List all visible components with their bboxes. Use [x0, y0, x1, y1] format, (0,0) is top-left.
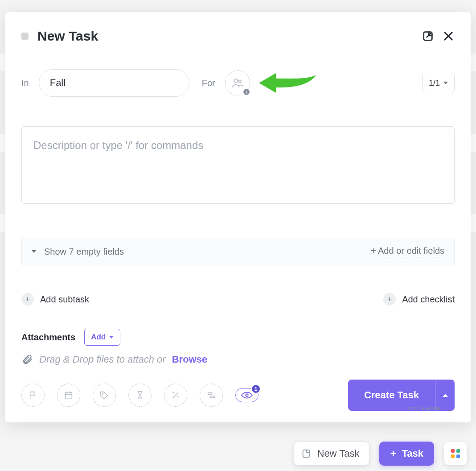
attachments-header: Attachments Add — [21, 329, 455, 346]
footer-create-task-button[interactable]: + Task — [379, 442, 434, 466]
for-label: For — [202, 78, 215, 88]
subtask-row: + Add subtask + Add checklist — [21, 293, 455, 306]
in-label: In — [21, 78, 29, 88]
time-estimate-button[interactable] — [128, 384, 152, 407]
assignee-add-button[interactable]: + — [225, 70, 250, 95]
dependencies-button[interactable] — [200, 384, 223, 407]
add-checklist-label: Add checklist — [402, 294, 455, 305]
svg-rect-5 — [208, 393, 212, 395]
task-title-input[interactable] — [37, 28, 422, 44]
title-row — [21, 28, 455, 44]
footer-widgets: New Task + Task — [294, 442, 468, 466]
dependency-icon — [206, 390, 216, 400]
plus-icon: + — [21, 293, 34, 306]
tag-icon — [99, 390, 109, 400]
chevron-down-icon[interactable] — [32, 250, 36, 253]
add-attachment-label: Add — [91, 333, 106, 342]
hourglass-icon — [135, 390, 145, 400]
description-input[interactable]: Description or type '/' for commands — [21, 126, 455, 204]
green-arrow-hint — [259, 70, 317, 95]
close-icon[interactable] — [442, 30, 455, 42]
flag-icon — [28, 390, 38, 400]
plus-badge-icon: + — [242, 88, 250, 96]
svg-rect-3 — [66, 392, 72, 399]
task-count-dropdown[interactable]: 1/1 — [422, 73, 455, 93]
add-checklist-button[interactable]: + Add checklist — [383, 293, 455, 306]
ai-sparkle-button[interactable] — [164, 384, 187, 407]
add-edit-fields-button[interactable]: + Add or edit fields — [371, 246, 444, 257]
chevron-down-icon — [443, 82, 448, 84]
plus-icon: + — [383, 293, 396, 306]
calendar-icon — [64, 390, 74, 400]
people-icon — [231, 76, 244, 90]
add-attachment-button[interactable]: Add — [84, 329, 120, 346]
chevron-up-icon — [443, 394, 448, 397]
list-selector[interactable]: Fall — [39, 69, 189, 97]
due-date-button[interactable] — [57, 384, 80, 407]
tags-button[interactable] — [93, 384, 116, 407]
watchers-button[interactable]: 1 — [235, 388, 259, 402]
footer-new-task-minimized[interactable]: New Task — [294, 442, 370, 466]
meta-row: In Fall For + 1/1 — [21, 69, 455, 97]
svg-point-1 — [234, 79, 238, 83]
svg-point-4 — [102, 393, 103, 394]
shortcut-hint: cmd + enter — [408, 405, 441, 412]
empty-fields-bar: Show 7 empty fields + Add or edit fields — [21, 238, 455, 265]
footer-apps-button[interactable] — [444, 442, 467, 465]
eye-icon — [241, 391, 253, 399]
plus-icon: + — [390, 447, 396, 460]
add-subtask-button[interactable]: + Add subtask — [21, 293, 89, 306]
create-task-label: Create Task — [364, 389, 419, 401]
attachments-dropzone[interactable]: Drag & Drop files to attach or Browse — [21, 354, 455, 365]
watchers-count-badge: 1 — [251, 384, 261, 394]
dropzone-text: Drag & Drop files to attach or — [39, 354, 166, 365]
apps-grid-icon — [451, 449, 460, 458]
attachments-label: Attachments — [21, 332, 75, 343]
footer-task-label: Task — [402, 448, 423, 459]
svg-rect-6 — [210, 396, 214, 398]
sparkle-wand-icon — [171, 390, 181, 400]
show-empty-fields-button[interactable]: Show 7 empty fields — [44, 247, 124, 257]
task-count-value: 1/1 — [429, 78, 440, 88]
list-selector-value: Fall — [50, 77, 66, 89]
chevron-down-icon — [109, 336, 114, 339]
svg-point-7 — [246, 394, 248, 396]
new-task-modal: In Fall For + 1/1 Description or type '/… — [5, 12, 471, 422]
browse-button[interactable]: Browse — [172, 354, 207, 365]
svg-point-2 — [238, 80, 241, 83]
note-icon — [301, 449, 311, 459]
expand-icon[interactable] — [422, 30, 434, 42]
bottom-toolbar: 1 Create Task — [21, 380, 455, 411]
add-subtask-label: Add subtask — [40, 294, 89, 305]
task-status-checkbox[interactable] — [21, 33, 29, 40]
footer-new-task-label: New Task — [317, 448, 360, 459]
paperclip-icon — [21, 354, 33, 365]
priority-flag-button[interactable] — [21, 384, 45, 407]
description-placeholder: Description or type '/' for commands — [33, 139, 203, 151]
